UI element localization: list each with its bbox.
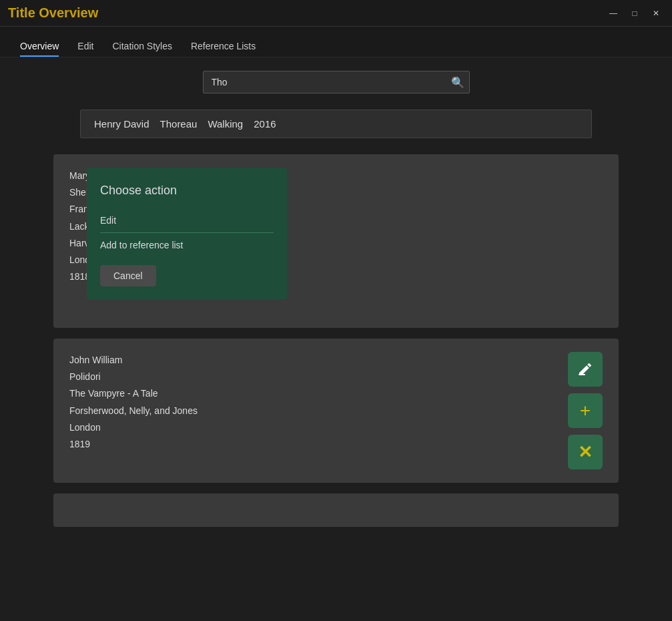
book-card-2: John William Polidori The Vampyre - A Ta… [53,339,619,483]
partial-card [53,493,619,527]
main-content: 🔍 Henry David Thoreau Walking 2016 Mary … [0,57,672,621]
book-info-2: John William Polidori The Vampyre - A Ta… [69,352,198,453]
result-title: Walking [208,118,243,130]
tab-edit[interactable]: Edit [68,35,103,57]
author-last-2: Polidori [69,369,198,385]
year-2: 1819 [69,436,198,453]
context-add-button[interactable]: Add to reference list [100,236,274,254]
search-button[interactable]: 🔍 [451,76,464,89]
add-button-2[interactable]: + [568,393,603,428]
context-edit-button[interactable]: Edit [100,211,274,230]
delete-button-2[interactable]: ✕ [568,435,603,469]
result-author-last: Thoreau [160,118,198,130]
context-menu-title: Choose action [100,184,274,198]
title-bar: Title Overview — □ ✕ [0,0,672,27]
book-title-2: The Vampyre - A Tale [69,385,198,402]
edit-button-2[interactable] [568,352,603,387]
result-year: 2016 [254,118,276,130]
tab-reference-lists[interactable]: Reference Lists [182,35,265,57]
window-controls: — □ ✕ [605,5,664,21]
nav-bar: Overview Edit Citation Styles Reference … [0,27,672,57]
app-title: Title Overview [8,5,98,21]
edit-icon [577,361,593,377]
plus-icon: + [580,401,591,420]
context-menu: Choose action Edit Add to reference list… [87,168,287,300]
search-box: 🔍 [203,71,470,93]
context-cancel-button[interactable]: Cancel [100,265,156,286]
city-2: London [69,419,198,436]
tab-overview[interactable]: Overview [11,35,68,57]
tab-citation-styles[interactable]: Citation Styles [103,35,181,57]
search-result-row[interactable]: Henry David Thoreau Walking 2016 [80,110,592,138]
minimize-button[interactable]: — [605,5,621,21]
context-divider [100,232,274,233]
maximize-button[interactable]: □ [627,5,643,21]
book-card-1: Mary Shelly Franke... Lacking... Harvey … [53,154,619,328]
svg-rect-0 [579,374,585,375]
author-first-2: John William [69,352,198,369]
publisher-2: Forsherwood, Nelly, and Jones [69,403,198,419]
cards-wrapper: Mary Shelly Franke... Lacking... Harvey … [53,154,619,527]
result-author-first: Henry David [94,118,149,130]
search-input[interactable] [203,71,470,93]
search-container: 🔍 [27,71,645,93]
close-button[interactable]: ✕ [648,5,664,21]
card-2-buttons: + ✕ [568,352,603,469]
x-icon: ✕ [578,442,593,463]
